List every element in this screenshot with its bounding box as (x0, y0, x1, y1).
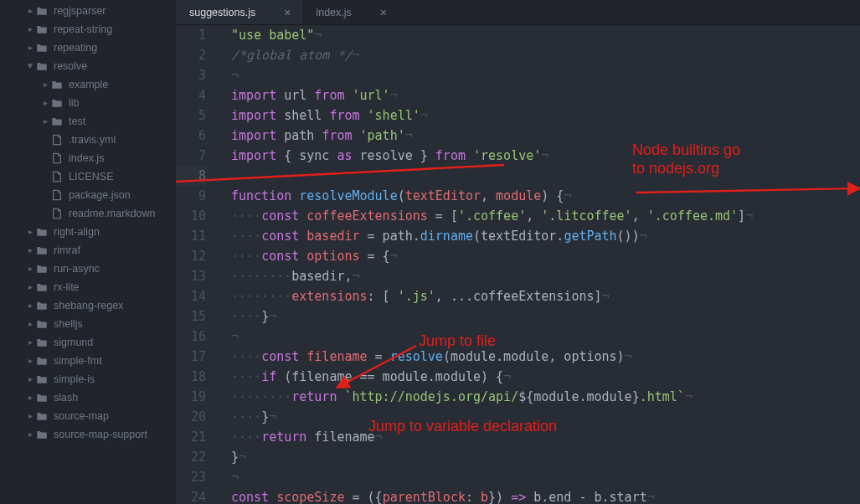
tab-suggestions-js[interactable]: suggestions.js× (176, 0, 302, 24)
disclosure-triangle[interactable]: ▸ (25, 407, 35, 425)
code-line[interactable]: }¬ (231, 447, 860, 467)
line-number[interactable]: 6 (176, 126, 206, 146)
line-number[interactable]: 20 (176, 407, 206, 427)
line-number[interactable]: 2 (176, 45, 206, 65)
disclosure-triangle[interactable]: ▸ (25, 223, 35, 241)
line-number[interactable]: 15 (176, 306, 206, 327)
disclosure-triangle[interactable]: ▸ (25, 333, 35, 352)
tree-folder-example[interactable]: ▸example (0, 75, 176, 94)
disclosure-triangle[interactable]: ▸ (25, 388, 35, 407)
line-number[interactable]: 17 (176, 347, 206, 367)
tree-folder-simple-fmt[interactable]: ▸simple-fmt (0, 352, 176, 370)
disclosure-triangle[interactable]: ▸ (25, 39, 35, 57)
tree-folder-sigmund[interactable]: ▸sigmund (0, 333, 176, 352)
line-number[interactable]: 8 (176, 166, 206, 186)
tree-file-readme-markdown[interactable]: readme.markdown (0, 204, 176, 223)
tree-folder-regjsparser[interactable]: ▸regjsparser (0, 2, 176, 20)
code-line[interactable]: "use babel"¬ (231, 25, 860, 45)
code-line[interactable]: ········extensions: [ '.js', ...coffeeEx… (231, 286, 860, 306)
tree-folder-repeating[interactable]: ▸repeating (0, 39, 176, 57)
tree-folder-repeat-string[interactable]: ▸repeat-string (0, 20, 176, 39)
code-line[interactable]: ····}¬ (231, 407, 860, 427)
folder-icon (35, 244, 49, 257)
line-number[interactable]: 7 (176, 146, 206, 166)
code-line[interactable]: ····return filename¬ (231, 427, 860, 447)
disclosure-triangle[interactable]: ▸ (25, 241, 35, 260)
code-line[interactable]: ¬ (231, 467, 860, 487)
tree-folder-rimraf[interactable]: ▸rimraf (0, 241, 176, 260)
disclosure-triangle[interactable]: ▸ (25, 2, 35, 20)
folder-icon (35, 41, 49, 54)
code-line[interactable]: ····const coffeeExtensions = ['.coffee',… (231, 206, 860, 226)
code-content[interactable]: "use babel"¬/*global atom */¬¬import url… (218, 25, 860, 504)
tree-folder-simple-is[interactable]: ▸simple-is (0, 370, 176, 388)
tree-folder-rx-lite[interactable]: ▸rx-lite (0, 278, 176, 296)
code-line[interactable]: import url from 'url'¬ (231, 85, 860, 105)
tree-file--travis-yml[interactable]: .travis.yml (0, 131, 176, 149)
disclosure-triangle[interactable]: ▸ (25, 20, 35, 39)
disclosure-triangle[interactable]: ▸ (25, 260, 35, 278)
line-number[interactable]: 9 (176, 186, 206, 206)
code-line[interactable]: ····if (filename == module.module) {¬ (231, 367, 860, 387)
tree-file-index-js[interactable]: index.js (0, 149, 176, 167)
disclosure-triangle[interactable]: ▸ (25, 315, 35, 333)
line-number[interactable]: 23 (176, 467, 206, 487)
code-line[interactable]: ····}¬ (231, 306, 860, 327)
code-line[interactable]: import { sync as resolve } from 'resolve… (231, 146, 860, 166)
code-line[interactable]: ····const filename = resolve(module.modu… (231, 347, 860, 367)
code-line[interactable]: /*global atom */¬ (231, 45, 860, 65)
line-number[interactable]: 21 (176, 427, 206, 447)
code-line[interactable]: ····const basedir = path.dirname(textEdi… (231, 226, 860, 246)
tree-file-LICENSE[interactable]: LICENSE (0, 167, 176, 186)
line-number[interactable]: 3 (176, 65, 206, 85)
code-line[interactable]: const scopeSize = ({parentBlock: b}) => … (231, 487, 860, 504)
tree-folder-test[interactable]: ▸test (0, 112, 176, 131)
code-line[interactable]: ¬ (231, 65, 860, 85)
disclosure-triangle[interactable]: ▸ (25, 278, 35, 296)
tree-folder-lib[interactable]: ▸lib (0, 94, 176, 112)
line-number[interactable]: 5 (176, 105, 206, 126)
disclosure-triangle[interactable]: ▸ (40, 75, 50, 94)
line-number[interactable]: 16 (176, 327, 206, 347)
disclosure-triangle[interactable]: ▸ (25, 352, 35, 370)
tab-index-js[interactable]: index.js× (302, 0, 399, 24)
tree-folder-right-align[interactable]: ▸right-align (0, 223, 176, 241)
line-number[interactable]: 12 (176, 246, 206, 266)
tree-folder-resolve[interactable]: ▼resolve (0, 57, 176, 75)
disclosure-triangle[interactable]: ▸ (25, 370, 35, 388)
tree-item-label: repeat-string (54, 20, 112, 39)
file-tree: ▸regjsparser▸repeat-string▸repeating▼res… (0, 0, 176, 504)
disclosure-triangle[interactable]: ▸ (40, 112, 50, 131)
code-line[interactable]: ····const options = {¬ (231, 246, 860, 266)
line-number[interactable]: 24 (176, 487, 206, 504)
line-number[interactable]: 10 (176, 206, 206, 226)
line-number[interactable]: 11 (176, 226, 206, 246)
code-line[interactable]: ········return `http://nodejs.org/api/${… (231, 387, 860, 407)
disclosure-triangle[interactable]: ▼ (25, 57, 35, 75)
code-line[interactable] (231, 166, 860, 186)
disclosure-triangle[interactable]: ▸ (25, 425, 35, 444)
tree-file-package-json[interactable]: package.json (0, 186, 176, 204)
folder-icon (35, 354, 49, 368)
tree-folder-shebang-regex[interactable]: ▸shebang-regex (0, 296, 176, 315)
disclosure-triangle[interactable]: ▸ (25, 296, 35, 315)
tree-folder-run-async[interactable]: ▸run-async (0, 260, 176, 278)
code-line[interactable]: ········basedir,¬ (231, 266, 860, 286)
line-number[interactable]: 1 (176, 25, 206, 45)
disclosure-triangle[interactable]: ▸ (40, 94, 50, 112)
line-number[interactable]: 13 (176, 266, 206, 286)
line-number[interactable]: 14 (176, 286, 206, 306)
code-line[interactable]: function resolveModule(textEditor, modul… (231, 186, 860, 206)
line-number[interactable]: 19 (176, 387, 206, 407)
folder-icon (35, 262, 49, 275)
line-number[interactable]: 22 (176, 447, 206, 467)
line-number[interactable]: 18 (176, 367, 206, 387)
tree-folder-slash[interactable]: ▸slash (0, 388, 176, 407)
code-line[interactable]: import shell from 'shell'¬ (231, 105, 860, 126)
tree-folder-source-map[interactable]: ▸source-map (0, 407, 176, 425)
code-line[interactable]: ¬ (231, 327, 860, 347)
code-line[interactable]: import path from 'path'¬ (231, 126, 860, 146)
tree-folder-source-map-support[interactable]: ▸source-map-support (0, 425, 176, 444)
line-number[interactable]: 4 (176, 85, 206, 105)
tree-folder-shelljs[interactable]: ▸shelljs (0, 315, 176, 333)
